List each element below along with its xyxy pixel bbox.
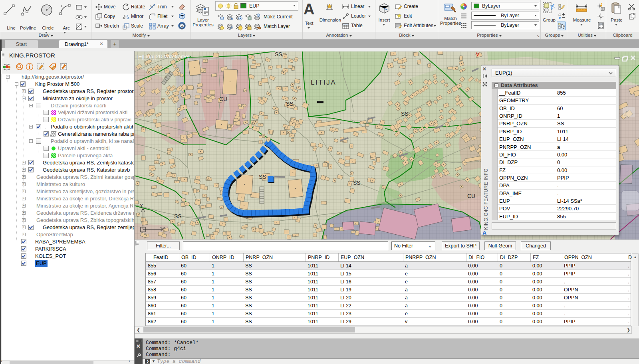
svg-text:SS: SS bbox=[353, 180, 361, 186]
svg-text:SS: SS bbox=[275, 51, 282, 57]
svg-text:SS: SS bbox=[401, 111, 409, 117]
svg-text:LITIJA: LITIJA bbox=[311, 79, 336, 86]
svg-text:SS: SS bbox=[259, 174, 266, 180]
svg-text:[−][Top][2D Wireframe]: [−][Top][2D Wireframe] bbox=[137, 53, 189, 59]
svg-text:CU: CU bbox=[467, 193, 475, 199]
svg-text:Y: Y bbox=[140, 203, 143, 209]
svg-text:SS: SS bbox=[286, 101, 294, 107]
svg-text:SS: SS bbox=[174, 213, 182, 220]
svg-text:CU: CU bbox=[219, 96, 227, 102]
